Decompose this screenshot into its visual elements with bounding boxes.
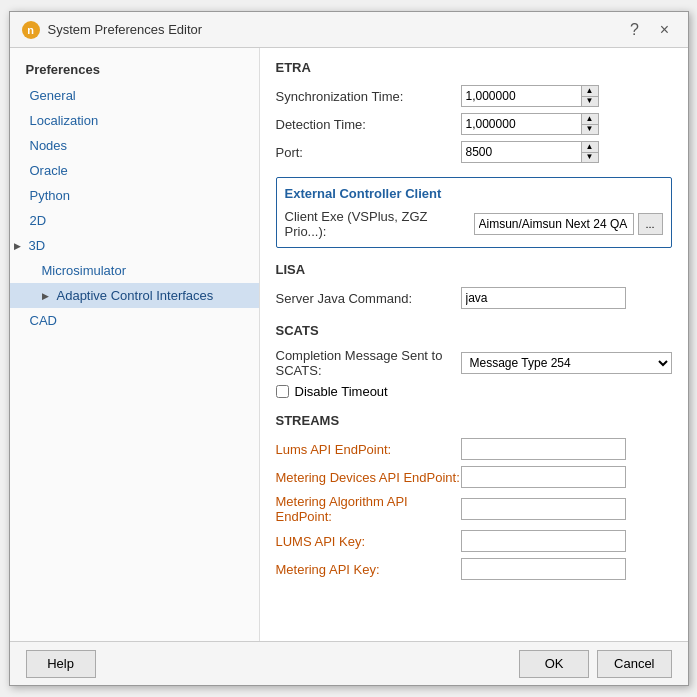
sidebar-item-cad[interactable]: CAD <box>10 308 259 333</box>
port-spinner: ▲ ▼ <box>581 141 599 163</box>
expand-icon-3d: ▶ <box>14 241 21 251</box>
sidebar-item-3d[interactable]: ▶ 3D <box>10 233 259 258</box>
port-row: Port: ▲ ▼ <box>276 141 672 163</box>
sync-time-down[interactable]: ▼ <box>582 97 598 107</box>
lums-endpoint-row: Lums API EndPoint: <box>276 438 672 460</box>
browse-button[interactable]: ... <box>638 213 663 235</box>
sync-time-label: Synchronization Time: <box>276 89 461 104</box>
sync-time-spinner: ▲ ▼ <box>581 85 599 107</box>
disable-timeout-checkbox[interactable] <box>276 385 289 398</box>
metering-devices-label: Metering Devices API EndPoint: <box>276 470 461 485</box>
close-button[interactable]: × <box>654 19 676 41</box>
etra-header: ETRA <box>276 60 672 77</box>
metering-devices-input[interactable] <box>461 466 626 488</box>
disable-timeout-label: Disable Timeout <box>295 384 388 399</box>
completion-msg-select[interactable]: Message Type 254Message Type 255 <box>461 352 672 374</box>
port-down[interactable]: ▼ <box>582 153 598 163</box>
ext-controller-header: External Controller Client <box>285 186 663 201</box>
sidebar-header: Preferences <box>10 56 259 83</box>
sidebar-item-general[interactable]: General <box>10 83 259 108</box>
ext-controller-section: External Controller Client Client Exe (V… <box>276 177 672 248</box>
client-exe-input[interactable] <box>474 213 634 235</box>
detection-time-spinner: ▲ ▼ <box>581 113 599 135</box>
sidebar-item-2d[interactable]: 2D <box>10 208 259 233</box>
help-button[interactable]: ? <box>624 19 646 41</box>
port-up[interactable]: ▲ <box>582 142 598 153</box>
lums-api-key-input[interactable] <box>461 530 626 552</box>
streams-section: STREAMS Lums API EndPoint: Metering Devi… <box>276 413 672 580</box>
metering-api-key-row: Metering API Key: <box>276 558 672 580</box>
sidebar-item-python[interactable]: Python <box>10 183 259 208</box>
server-java-label: Server Java Command: <box>276 291 461 306</box>
lums-endpoint-label: Lums API EndPoint: <box>276 442 461 457</box>
sync-time-row: Synchronization Time: ▲ ▼ <box>276 85 672 107</box>
titlebar-left: n System Preferences Editor <box>22 21 203 39</box>
lisa-section: LISA Server Java Command: <box>276 262 672 309</box>
streams-header: STREAMS <box>276 413 672 430</box>
content-area: ETRA Synchronization Time: ▲ ▼ Detection… <box>260 48 688 641</box>
detection-time-row: Detection Time: ▲ ▼ <box>276 113 672 135</box>
lisa-header: LISA <box>276 262 672 279</box>
detection-time-up[interactable]: ▲ <box>582 114 598 125</box>
client-exe-label: Client Exe (VSPlus, ZGZ Prio...): <box>285 209 470 239</box>
client-exe-row: Client Exe (VSPlus, ZGZ Prio...): ... <box>285 209 663 239</box>
etra-section: ETRA Synchronization Time: ▲ ▼ Detection… <box>276 60 672 163</box>
metering-api-key-input[interactable] <box>461 558 626 580</box>
titlebar-title: System Preferences Editor <box>48 22 203 37</box>
scats-section: SCATS Completion Message Sent to SCATS: … <box>276 323 672 399</box>
dialog: n System Preferences Editor ? × Preferen… <box>9 11 689 686</box>
server-java-input[interactable] <box>461 287 626 309</box>
titlebar-actions: ? × <box>624 19 676 41</box>
sync-time-field: ▲ ▼ <box>461 85 599 107</box>
port-field: ▲ ▼ <box>461 141 599 163</box>
footer-right: OK Cancel <box>519 650 671 678</box>
port-input[interactable] <box>461 141 581 163</box>
sidebar: Preferences General Localization Nodes O… <box>10 48 260 641</box>
metering-api-key-label: Metering API Key: <box>276 562 461 577</box>
scats-header: SCATS <box>276 323 672 340</box>
sidebar-item-localization[interactable]: Localization <box>10 108 259 133</box>
footer-left: Help <box>26 650 96 678</box>
disable-timeout-row: Disable Timeout <box>276 384 672 399</box>
detection-time-input[interactable] <box>461 113 581 135</box>
sidebar-item-oracle[interactable]: Oracle <box>10 158 259 183</box>
metering-devices-row: Metering Devices API EndPoint: <box>276 466 672 488</box>
app-icon: n <box>22 21 40 39</box>
metering-algorithm-label: Metering Algorithm API EndPoint: <box>276 494 461 524</box>
lums-api-key-row: LUMS API Key: <box>276 530 672 552</box>
lums-endpoint-input[interactable] <box>461 438 626 460</box>
sidebar-item-nodes[interactable]: Nodes <box>10 133 259 158</box>
server-java-row: Server Java Command: <box>276 287 672 309</box>
titlebar: n System Preferences Editor ? × <box>10 12 688 48</box>
lums-api-key-label: LUMS API Key: <box>276 534 461 549</box>
sync-time-input[interactable] <box>461 85 581 107</box>
dialog-footer: Help OK Cancel <box>10 641 688 685</box>
dialog-body: Preferences General Localization Nodes O… <box>10 48 688 641</box>
completion-msg-row: Completion Message Sent to SCATS: Messag… <box>276 348 672 378</box>
sync-time-up[interactable]: ▲ <box>582 86 598 97</box>
detection-time-field: ▲ ▼ <box>461 113 599 135</box>
detection-time-down[interactable]: ▼ <box>582 125 598 135</box>
cancel-button[interactable]: Cancel <box>597 650 671 678</box>
expand-icon-adaptive: ▶ <box>42 291 49 301</box>
metering-algorithm-row: Metering Algorithm API EndPoint: <box>276 494 672 524</box>
ok-button[interactable]: OK <box>519 650 589 678</box>
metering-algorithm-input[interactable] <box>461 498 626 520</box>
sidebar-item-adaptive-control[interactable]: ▶ Adaptive Control Interfaces <box>10 283 259 308</box>
detection-time-label: Detection Time: <box>276 117 461 132</box>
sidebar-item-microsimulator[interactable]: Microsimulator <box>10 258 259 283</box>
completion-msg-label: Completion Message Sent to SCATS: <box>276 348 461 378</box>
port-label: Port: <box>276 145 461 160</box>
help-button[interactable]: Help <box>26 650 96 678</box>
